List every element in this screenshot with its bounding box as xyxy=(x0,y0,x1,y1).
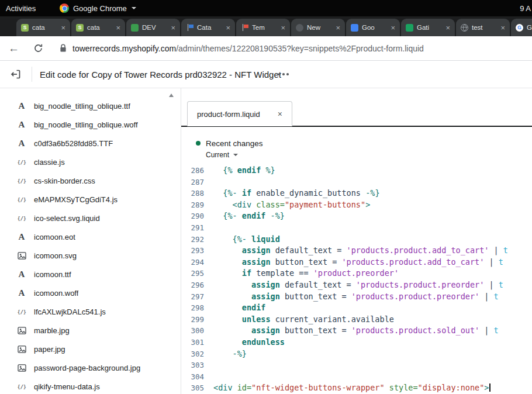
font-file-icon: A xyxy=(16,139,27,148)
file-item[interactable]: Abig_noodle_titling_oblique.ttf xyxy=(0,96,181,115)
code-lines[interactable]: 286 {% endif %}287288 {%- if enable_dyna… xyxy=(181,165,532,394)
code-text: -%} xyxy=(213,348,247,360)
code-line[interactable]: 295 if template == 'product.preorder' xyxy=(181,268,532,279)
file-item[interactable]: password-page-background.jpg xyxy=(0,358,181,377)
circle-favicon xyxy=(296,24,303,32)
browser-tab[interactable]: New× xyxy=(291,19,345,36)
file-item[interactable]: Aicomoon.ttf xyxy=(0,265,181,284)
file-item[interactable]: Aicomoon.woff xyxy=(0,284,181,302)
reload-icon xyxy=(33,43,43,53)
code-line[interactable]: 292 {%- liquid xyxy=(181,234,532,246)
exit-code-editor-button[interactable] xyxy=(10,68,22,80)
code-text: unless current_variant.available xyxy=(213,314,394,326)
browser-tab[interactable]: DEV× xyxy=(126,19,180,36)
file-list: Abig_noodle_titling_oblique.ttfAbig_nood… xyxy=(0,88,181,394)
chevron-down-icon xyxy=(233,154,238,156)
file-name: icomoon.eot xyxy=(34,233,75,241)
file-item[interactable]: {/}qikify-tmenu-data.js xyxy=(0,377,181,394)
header-divider xyxy=(32,67,32,82)
code-line[interactable]: 288 {%- if enable_dynamic_buttons -%} xyxy=(181,188,532,199)
tab-close-icon[interactable]: × xyxy=(281,24,285,32)
file-item[interactable]: {/}eMAPMXSyTCgGdiT4.js xyxy=(0,190,181,209)
file-item[interactable]: {/}lfcAXLwjkDALc541.js xyxy=(0,302,181,321)
tab-close-icon[interactable]: × xyxy=(336,24,340,32)
line-number: 290 xyxy=(181,210,204,222)
tab-title: Cata xyxy=(197,24,222,31)
browser-tab[interactable]: test× xyxy=(456,19,510,36)
file-item[interactable]: icomoon.svg xyxy=(0,246,181,265)
browser-tab[interactable]: Scata× xyxy=(71,19,125,36)
file-item[interactable]: Ac0df3a6b528fdd85.TTF xyxy=(0,134,181,153)
tab-close-icon[interactable]: × xyxy=(391,24,395,32)
code-line[interactable]: 299 unless current_variant.available xyxy=(181,314,532,326)
more-actions-button[interactable] xyxy=(276,70,291,79)
unsaved-changes-dot xyxy=(196,141,201,146)
tab-close-icon[interactable]: × xyxy=(500,24,505,32)
line-number: 299 xyxy=(181,314,204,326)
line-number: 293 xyxy=(181,245,204,257)
code-line[interactable]: 293 assign default_text = 'products.prod… xyxy=(181,245,532,257)
tab-close-icon[interactable]: × xyxy=(116,24,120,32)
file-item[interactable]: paper.jpg xyxy=(0,340,181,358)
tab-close-icon[interactable]: × xyxy=(226,24,230,32)
line-number: 287 xyxy=(181,177,204,188)
file-item[interactable]: {/}classie.js xyxy=(0,153,181,171)
code-line[interactable]: 298 endif xyxy=(181,302,532,314)
file-name: c0df3a6b528fdd85.TTF xyxy=(34,139,113,148)
code-line[interactable]: 304 xyxy=(181,371,532,383)
url-host: towerrecords.myshopify.com xyxy=(72,44,176,53)
line-number: 304 xyxy=(181,371,204,383)
tab-close-icon[interactable]: × xyxy=(171,24,175,32)
code-line[interactable]: 296 assign default_text = 'products.prod… xyxy=(181,279,532,291)
file-item[interactable]: Aicomoon.eot xyxy=(0,227,181,246)
activities-button[interactable]: Activities xyxy=(6,4,36,13)
reload-button[interactable] xyxy=(33,43,43,53)
tab-close-icon[interactable]: × xyxy=(278,110,282,118)
file-name: paper.jpg xyxy=(34,345,65,354)
editor-file-tab[interactable]: product-form.liquid × xyxy=(187,101,292,126)
browser-tab[interactable]: Goo× xyxy=(346,19,400,36)
code-line[interactable]: 286 {% endif %} xyxy=(181,165,532,177)
version-dropdown[interactable]: Current xyxy=(206,151,263,159)
lock-icon[interactable] xyxy=(60,44,67,53)
chevron-down-icon xyxy=(132,7,136,9)
app-menu-button[interactable]: Google Chrome xyxy=(60,4,136,13)
browser-tab[interactable]: GG× xyxy=(511,19,532,36)
file-item[interactable]: marble.jpg xyxy=(0,321,181,340)
code-line[interactable]: 297 assign button_text = 'products.produ… xyxy=(181,291,532,303)
code-line[interactable]: 303 xyxy=(181,360,532,371)
code-text: {%- endif -%} xyxy=(213,210,285,222)
page-title: Edit code for Copy of Tower Records prd0… xyxy=(40,70,281,80)
code-line[interactable]: 290 {%- endif -%} xyxy=(181,210,532,222)
browser-tab[interactable]: Gati× xyxy=(401,19,455,36)
code-line[interactable]: 294 assign button_text = 'products.produ… xyxy=(181,257,532,268)
code-file-icon: {/} xyxy=(16,215,27,222)
browser-tab[interactable]: Scata× xyxy=(16,19,70,36)
code-line[interactable]: 300 assign button_text = 'products.produ… xyxy=(181,325,532,337)
file-name: marble.jpg xyxy=(34,326,70,335)
back-button[interactable]: ← xyxy=(8,43,19,54)
file-item[interactable]: Abig_noodle_titling_oblique.woff xyxy=(0,115,181,134)
square-favicon xyxy=(406,24,413,32)
file-item[interactable]: {/}ico-select.svg.liquid xyxy=(0,209,181,227)
recent-changes-panel: Recent changes Current xyxy=(196,137,263,159)
line-number: 305 xyxy=(181,382,204,394)
code-line[interactable]: 302 -%} xyxy=(181,348,532,360)
system-clock[interactable]: 9 A xyxy=(520,4,531,13)
browser-tab[interactable]: Cata× xyxy=(181,19,235,36)
flag-favicon xyxy=(186,24,194,32)
code-line[interactable]: 305<div id="nft-widget-buttons-wrapper" … xyxy=(181,382,532,394)
code-line[interactable]: 301 endunless xyxy=(181,337,532,348)
code-line[interactable]: 289 <div class="payment-buttons"> xyxy=(181,199,532,211)
browser-tab[interactable]: Tem× xyxy=(236,19,290,36)
code-line[interactable]: 291 xyxy=(181,222,532,234)
address-bar[interactable]: towerrecords.myshopify.com/admin/themes/… xyxy=(72,44,424,53)
file-item[interactable]: {/}cs-skin-border.css xyxy=(0,171,181,190)
shopify-favicon: S xyxy=(76,24,84,32)
code-file-icon: {/} xyxy=(16,159,27,165)
tab-close-icon[interactable]: × xyxy=(445,24,450,32)
scrollbar-up-arrow[interactable] xyxy=(169,94,174,97)
recent-changes-label: Recent changes xyxy=(206,139,263,148)
code-line[interactable]: 287 xyxy=(181,177,532,188)
tab-close-icon[interactable]: × xyxy=(61,24,65,32)
